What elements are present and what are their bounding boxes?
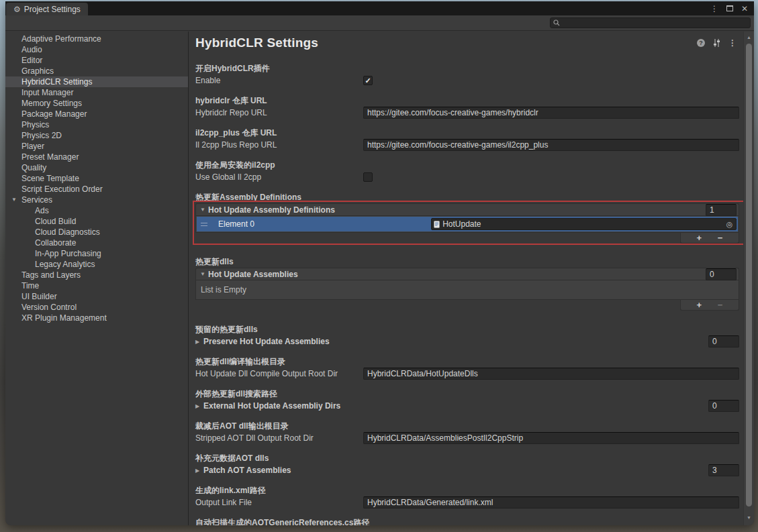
sidebar-item-version-control[interactable]: Version Control: [5, 302, 188, 313]
sidebar-item-ui-builder[interactable]: UI Builder: [5, 291, 188, 302]
foldout-closed-icon[interactable]: ▶: [195, 403, 203, 409]
sidebar-item-time[interactable]: Time: [5, 280, 188, 291]
group-header: 热更新Assembly Definitions: [195, 192, 742, 203]
sidebar-item-memory-settings[interactable]: Memory Settings: [5, 98, 188, 109]
scroll-down-icon[interactable]: ▼: [744, 515, 754, 520]
tab-title: Project Settings: [24, 5, 81, 14]
sidebar-item-label: Ads: [35, 206, 49, 215]
sidebar-item-label: Services: [21, 195, 52, 205]
sidebar-item-script-execution-order[interactable]: Script Execution Order: [5, 184, 188, 195]
object-picker-icon[interactable]: ◎: [724, 219, 735, 229]
group-header: 热更新dlls: [195, 256, 742, 267]
foldout-open-icon[interactable]: ▼: [200, 271, 208, 277]
list-size-field[interactable]: [706, 204, 737, 216]
hybridclr-repo-url-input[interactable]: [363, 107, 739, 119]
search-icon: [553, 19, 560, 26]
sidebar-item-audio[interactable]: Audio: [5, 44, 188, 55]
sidebar-item-tags-and-layers[interactable]: Tags and Layers: [5, 270, 188, 280]
sidebar-item-ads[interactable]: Ads: [5, 205, 188, 216]
field-label: Il 2cpp Plus Repo URL: [195, 140, 363, 150]
foldout-closed-icon[interactable]: ▶: [195, 339, 203, 345]
output-link-file-input[interactable]: [363, 496, 739, 509]
group-hybridclr-repo: hybridclr 仓库 URL Hybridclr Repo URL: [195, 95, 742, 119]
search-box[interactable]: [550, 17, 751, 28]
sidebar-item-editor[interactable]: Editor: [5, 55, 188, 66]
sidebar-item-label: Tags and Layers: [21, 270, 81, 280]
vertical-scrollbar[interactable]: ▲ ▼: [743, 32, 754, 525]
window-menu-icon[interactable]: ⋮: [710, 5, 718, 13]
sidebar-item-adaptive-performance[interactable]: Adaptive Performance: [5, 34, 188, 44]
stripped-aot-dir-input[interactable]: [363, 432, 739, 444]
il2cpp-plus-repo-url-input[interactable]: [363, 139, 739, 151]
foldout-open-icon[interactable]: ▼: [200, 207, 208, 213]
sidebar-item-label: In-App Purchasing: [35, 249, 101, 258]
sidebar-item-player[interactable]: Player: [5, 141, 188, 152]
tab-project-settings[interactable]: ⚙ Project Settings: [6, 3, 88, 15]
sidebar-item-label: Audio: [21, 45, 42, 54]
sidebar-item-preset-manager[interactable]: Preset Manager: [5, 152, 188, 162]
close-icon[interactable]: ✕: [741, 5, 748, 13]
sidebar-item-hybridclr-settings[interactable]: HybridCLR Settings: [5, 76, 188, 87]
array-size-field[interactable]: [708, 400, 739, 412]
asmdef-object-field[interactable]: HotUpdate ◎: [431, 218, 737, 230]
scroll-up-icon[interactable]: ▲: [744, 35, 754, 40]
list-remove-button[interactable]: −: [718, 301, 723, 309]
sidebar-item-in-app-purchasing[interactable]: In-App Purchasing: [5, 248, 188, 259]
field-label: External Hot Update Assembliy Dirs: [203, 401, 340, 411]
list-element-row[interactable]: Element 0 HotUpdate ◎: [197, 217, 738, 231]
foldout-closed-icon[interactable]: ▶: [195, 468, 203, 474]
compile-output-dir-input[interactable]: [363, 368, 739, 380]
field-label: Use Global Il 2cpp: [195, 172, 363, 182]
group-il2cpp-repo: il2cpp_plus 仓库 URL Il 2cpp Plus Repo URL: [195, 127, 742, 151]
help-icon[interactable]: ?: [697, 39, 705, 47]
list-size-field[interactable]: [706, 268, 737, 280]
preset-icon[interactable]: [712, 39, 721, 47]
sidebar-item-physics[interactable]: Physics: [5, 119, 188, 130]
maximize-icon[interactable]: [726, 5, 733, 11]
sidebar-item-label: Time: [21, 281, 39, 290]
window-tabbar: ⚙ Project Settings ⋮ ✕: [5, 1, 754, 15]
object-field-value: HotUpdate: [442, 219, 481, 229]
list-add-button[interactable]: +: [697, 233, 702, 242]
list-add-button[interactable]: +: [697, 301, 702, 309]
context-menu-icon[interactable]: ⋮: [728, 38, 737, 48]
sidebar-item-graphics[interactable]: Graphics: [5, 66, 188, 76]
foldout-open-icon[interactable]: ▼: [11, 195, 17, 205]
list-remove-button[interactable]: −: [718, 233, 723, 242]
sidebar-item-label: Package Manager: [21, 109, 87, 119]
array-size-field[interactable]: [708, 335, 739, 348]
sidebar-item-label: Editor: [21, 56, 42, 65]
sidebar-item-collaborate[interactable]: Collaborate: [5, 237, 188, 248]
sidebar-item-label: Scene Template: [21, 174, 79, 183]
sidebar-item-label: Graphics: [21, 66, 54, 76]
sidebar-item-cloud-diagnostics[interactable]: Cloud Diagnostics: [5, 227, 188, 237]
group-patch-aot: 补充元数据AOT dlls ▶ Patch AOT Assemblies: [195, 453, 742, 476]
sidebar-item-quality[interactable]: Quality: [5, 162, 188, 173]
enable-checkbox[interactable]: ✓: [363, 76, 373, 85]
sidebar-item-scene-template[interactable]: Scene Template: [5, 173, 188, 184]
sidebar-item-services[interactable]: ▼Services: [5, 195, 188, 205]
page-title: HybridCLR Settings: [195, 36, 318, 50]
search-input[interactable]: [563, 19, 747, 27]
list-title: Hot Update Assembly Definitions: [208, 205, 335, 215]
sidebar-item-label: Version Control: [21, 303, 77, 312]
group-compile-output: 热更新dll编译输出根目录 Hot Update Dll Compile Out…: [195, 356, 742, 380]
sidebar-item-package-manager[interactable]: Package Manager: [5, 109, 188, 119]
drag-handle-icon[interactable]: [201, 223, 207, 226]
group-header: 补充元数据AOT dlls: [195, 453, 742, 464]
sidebar-item-label: Cloud Diagnostics: [35, 227, 100, 237]
group-header: 外部热更新dll搜索路径: [195, 388, 742, 399]
project-settings-window: ⚙ Project Settings ⋮ ✕ Adaptive Performa…: [5, 1, 754, 525]
sidebar-item-xr-plugin-management[interactable]: XR Plugin Management: [5, 313, 188, 323]
sidebar-item-label: UI Builder: [21, 292, 57, 301]
scrollbar-thumb[interactable]: [746, 44, 752, 507]
field-label: Output Link File: [195, 498, 363, 507]
array-size-field[interactable]: [708, 464, 739, 476]
sidebar-item-input-manager[interactable]: Input Manager: [5, 87, 188, 98]
sidebar-item-legacy-analytics[interactable]: Legacy Analytics: [5, 259, 188, 270]
sidebar-item-cloud-build[interactable]: Cloud Build: [5, 216, 188, 227]
use-global-il2cpp-checkbox[interactable]: [363, 172, 373, 182]
sidebar-item-physics-2d[interactable]: Physics 2D: [5, 130, 188, 141]
element-label: Element 0: [218, 219, 254, 229]
sidebar-item-label: XR Plugin Management: [21, 313, 107, 323]
